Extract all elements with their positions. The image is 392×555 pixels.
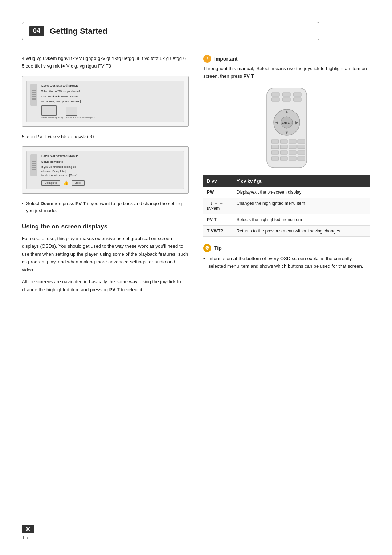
svg-rect-5 bbox=[282, 98, 290, 101]
bullet1-text: Select Dcemhen press PV T if you want to… bbox=[26, 201, 182, 214]
mockup1-title: Let's Get Started Menu: bbox=[41, 84, 180, 88]
pvt-ref3: PV T bbox=[244, 73, 254, 79]
key-name-pvt: PV T bbox=[203, 214, 233, 225]
svg-rect-19 bbox=[280, 145, 287, 149]
key-desc-arrows: Changes the highlighted menu item bbox=[233, 198, 370, 214]
mockup1-instruction2: to choose, then press ENTER bbox=[41, 100, 180, 103]
svg-rect-1 bbox=[271, 93, 279, 96]
key-desc-tvwtp: Returns to the previous menu without sav… bbox=[233, 225, 370, 236]
mockup2-back-btn: Back bbox=[72, 180, 85, 186]
mockup-speaker bbox=[30, 84, 38, 106]
body-text-1: For ease of use, this player makes exten… bbox=[22, 235, 189, 274]
mockup2-complete-title: Setup complete bbox=[41, 160, 180, 163]
tip-label: Tip bbox=[214, 245, 222, 251]
key-desc-pw: Display/exit the on-screen display bbox=[233, 187, 370, 198]
table-row: PV T Selects the highlighted menu item bbox=[203, 214, 370, 225]
svg-rect-6 bbox=[293, 98, 301, 101]
svg-rect-18 bbox=[271, 145, 279, 149]
tip-icon: ⚙ bbox=[203, 244, 211, 252]
screen-mockup-1: Let's Get Started Menu: What kind of TV … bbox=[22, 76, 189, 127]
page-lang: En bbox=[23, 535, 28, 540]
svg-text:▼: ▼ bbox=[285, 130, 289, 135]
key-desc-pvt: Selects the highlighted menu item bbox=[233, 214, 370, 225]
section-number: 04 bbox=[29, 26, 44, 36]
svg-rect-20 bbox=[289, 145, 296, 149]
important-box: ! Important Throughout this manual, 'Sel… bbox=[203, 55, 370, 80]
svg-rect-2 bbox=[282, 93, 290, 96]
table-row: PW Display/exit the on-screen display bbox=[203, 187, 370, 198]
step5-text: 5 tguu PV T cick v hk ku ugvvk i r0 bbox=[22, 133, 189, 141]
step4-content: 4 Wug vg uvkem nghv1tkiv v ugngø gkv gt … bbox=[22, 56, 186, 69]
key-functions-table: D vv Y cv kv f gu PW Display/exit the on… bbox=[203, 175, 370, 237]
important-icon: ! bbox=[203, 55, 211, 63]
svg-text:ENTER: ENTER bbox=[282, 121, 291, 125]
svg-rect-16 bbox=[289, 140, 296, 143]
svg-rect-27 bbox=[280, 157, 287, 160]
mockup2-content: Let's Get Started Menu: Setup complete I… bbox=[41, 154, 180, 186]
important-label: Important bbox=[214, 55, 238, 63]
standard-tv-option: Standard size screen (4:3) bbox=[66, 107, 95, 119]
table-row: T VWTP Returns to the previous menu with… bbox=[203, 225, 370, 236]
dcemhen-word: Dcem bbox=[41, 201, 53, 206]
table-header-col2: Y cv kv f gu bbox=[233, 175, 370, 187]
tip-bullet: Information at the bottom of every OSD s… bbox=[203, 255, 370, 270]
left-column: 4 Wug vg uvkem nghv1tkiv v ugngø gkv gt … bbox=[22, 55, 189, 298]
svg-rect-4 bbox=[271, 98, 279, 101]
svg-rect-28 bbox=[289, 157, 296, 160]
step4-text: 4 Wug vg uvkem nghv1tkiv v ugngø gkv gt … bbox=[22, 55, 189, 70]
standard-tv-label: Standard size screen (4:3) bbox=[66, 116, 95, 119]
svg-rect-26 bbox=[271, 157, 279, 160]
mockup2-speaker bbox=[30, 154, 38, 176]
page-number-box: 30 bbox=[22, 525, 34, 533]
screen-mockup-2: Let's Get Started Menu: Setup complete I… bbox=[22, 146, 189, 194]
uvkem-label: uvkem bbox=[207, 206, 220, 211]
key-name-arrows: ↑ ↓ ← →uvkem bbox=[203, 198, 233, 214]
step5-content: 5 tguu PV T cick v hk ku ugvvk i r0 bbox=[22, 134, 94, 139]
mockup1-enter: ENTER bbox=[70, 100, 81, 103]
tip-box: ⚙ Tip Information at the bottom of every… bbox=[203, 244, 370, 270]
mockup2-thumb-icon: 👍 bbox=[63, 180, 69, 186]
svg-rect-21 bbox=[298, 145, 305, 149]
important-header: ! Important bbox=[203, 55, 370, 63]
important-text: Throughout this manual, 'Select' means u… bbox=[203, 65, 370, 80]
svg-rect-15 bbox=[280, 140, 287, 143]
table-row: ↑ ↓ ← →uvkem Changes the highlighted men… bbox=[203, 198, 370, 214]
screen-mockup-1-inner: Let's Get Started Menu: What kind of TV … bbox=[26, 81, 184, 122]
table-header-col1: D vv bbox=[203, 175, 233, 187]
bullet-item-1: Select Dcemhen press PV T if you want to… bbox=[22, 200, 189, 214]
key-name-pw: PW bbox=[203, 187, 233, 198]
right-column: ! Important Throughout this manual, 'Sel… bbox=[203, 55, 370, 298]
mockup2-title: Let's Get Started Menu: bbox=[41, 154, 180, 158]
wide-tv-label: Wide screen (16:9) bbox=[41, 116, 63, 119]
remote-illustration: ENTER ▲ ▼ ◀ ▶ bbox=[258, 86, 316, 170]
svg-text:▶: ▶ bbox=[295, 120, 299, 125]
pvt-ref2: PV T bbox=[109, 287, 120, 292]
key-name-tvwtp: T VWTP bbox=[203, 225, 233, 236]
svg-text:◀: ◀ bbox=[275, 120, 278, 125]
mockup1-options: Wide screen (16:9) Standard size screen … bbox=[41, 105, 180, 119]
section-header: 04 Getting Started bbox=[22, 22, 319, 40]
svg-rect-17 bbox=[298, 140, 305, 143]
speaker-bar bbox=[32, 90, 36, 91]
speaker-bar bbox=[32, 94, 36, 95]
mockup2-buttons: Complete 👍 Back bbox=[41, 180, 180, 186]
body-text-2: All the screens are navigated in basical… bbox=[22, 278, 189, 293]
speaker-bar bbox=[32, 96, 36, 97]
pvt-ref1: PV T bbox=[75, 201, 86, 206]
wide-tv-icon bbox=[41, 105, 57, 116]
section-title: Getting Started bbox=[50, 27, 107, 36]
speaker2-icon bbox=[30, 154, 37, 176]
mockup1-content: Let's Get Started Menu: What kind of TV … bbox=[41, 84, 180, 119]
svg-rect-14 bbox=[271, 140, 279, 143]
speaker-bar bbox=[32, 92, 36, 93]
svg-text:▲: ▲ bbox=[285, 109, 289, 114]
remote-illustration-wrapper: ENTER ▲ ▼ ◀ ▶ bbox=[203, 86, 370, 170]
mockup1-instruction: Use the ✦✦✦cursor buttons bbox=[41, 95, 180, 98]
mockup2-complete-btn: Complete bbox=[41, 180, 60, 186]
svg-rect-3 bbox=[293, 93, 301, 96]
svg-rect-24 bbox=[289, 151, 296, 154]
screen-mockup-2-inner: Let's Get Started Menu: Setup complete I… bbox=[26, 151, 184, 189]
tip-header: ⚙ Tip bbox=[203, 244, 370, 252]
svg-rect-23 bbox=[280, 151, 287, 154]
wide-tv-option: Wide screen (16:9) bbox=[41, 105, 63, 119]
